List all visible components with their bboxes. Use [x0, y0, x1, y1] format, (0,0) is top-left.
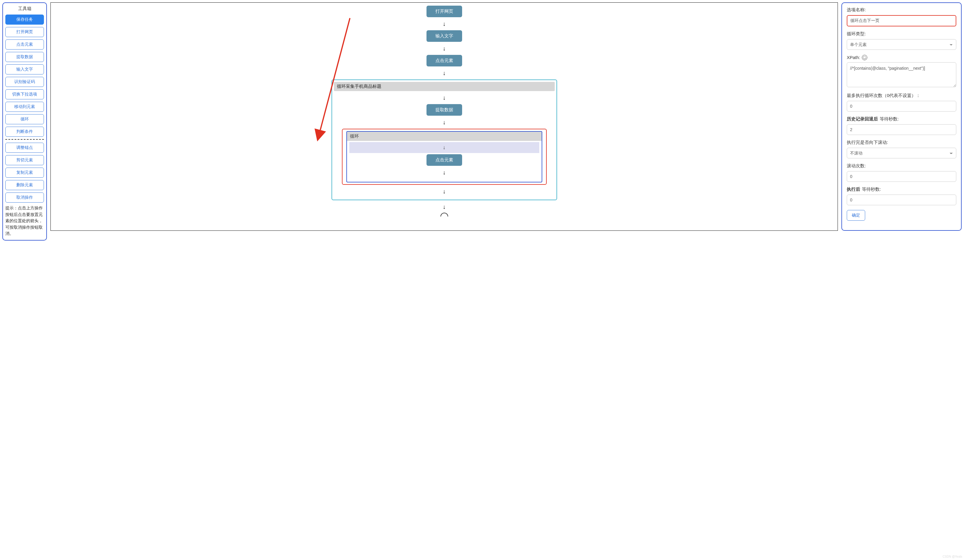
flow-node-open-webpage[interactable]: 打开网页: [427, 6, 462, 17]
xpath-textarea[interactable]: [847, 62, 956, 87]
tool-extract-data[interactable]: 提取数据: [5, 52, 44, 62]
flow-node-extract-data[interactable]: 提取数据: [427, 104, 462, 116]
flow-node-click-element-inner[interactable]: 点击元素: [427, 154, 462, 166]
flow-node-click-element[interactable]: 点击元素: [427, 55, 462, 67]
arrow-down-icon[interactable]: ↓: [443, 45, 446, 51]
max-loop-label: 最多执行循环次数（0代表不设置）：: [847, 93, 956, 99]
tool-move-to-element[interactable]: 移动到元素: [5, 102, 44, 112]
loop-collect-header: 循环采集手机商品标题: [334, 82, 555, 91]
tool-switch-dropdown[interactable]: 切换下拉选项: [5, 89, 44, 99]
scroll-count-label: 滚动次数:: [847, 163, 956, 169]
arrow-down-icon[interactable]: ↓: [443, 188, 446, 194]
loop-type-label: 循环类型:: [847, 31, 956, 37]
tool-cancel-operation[interactable]: 取消操作: [5, 193, 44, 203]
history-wait-input[interactable]: [847, 124, 956, 135]
tool-open-webpage[interactable]: 打开网页: [5, 27, 44, 37]
loop-type-select[interactable]: 单个元素: [847, 39, 956, 50]
tool-adjust-anchor[interactable]: 调整锚点: [5, 143, 44, 153]
tool-condition[interactable]: 判断条件: [5, 127, 44, 137]
smile-icon[interactable]: [862, 55, 867, 60]
arrow-down-icon[interactable]: ↓: [443, 70, 446, 76]
selected-loop-highlight: 循环 ↓ 点击元素 ↓: [342, 129, 547, 185]
loop-collect-box[interactable]: 循环采集手机商品标题 ↓ 提取数据 ↓ 循环 ↓ 点击元素 ↓ ↓: [332, 80, 557, 200]
max-loop-input[interactable]: [847, 101, 956, 112]
option-name-input[interactable]: [847, 15, 956, 26]
tool-copy-element[interactable]: 复制元素: [5, 167, 44, 178]
arrow-down-icon[interactable]: ↓: [443, 204, 446, 210]
toolbox-title: 工具箱: [5, 6, 44, 11]
tool-click-element[interactable]: 点击元素: [5, 39, 44, 50]
arrow-down-icon[interactable]: ↓: [443, 119, 446, 125]
tool-loop[interactable]: 循环: [5, 114, 44, 124]
after-wait-input[interactable]: [847, 195, 956, 205]
flow-canvas[interactable]: 打开网页 ↓ 输入文字 ↓ 点击元素 ↓ 循环采集手机商品标题 ↓ 提取数据 ↓…: [50, 2, 838, 231]
confirm-button[interactable]: 确定: [847, 210, 865, 221]
after-wait-label: 执行后等待秒数:: [847, 187, 956, 192]
loop-inner-box[interactable]: 循环 ↓ 点击元素 ↓: [346, 131, 542, 182]
scroll-after-label: 执行完是否向下滚动:: [847, 140, 956, 145]
save-task-button[interactable]: 保存任务: [5, 15, 44, 24]
toolbox-panel: 工具箱 保存任务 打开网页 点击元素 提取数据 输入文字 识别验证码 切换下拉选…: [2, 2, 47, 240]
toolbox-hint: 提示：点击上方操作按钮后点击要放置元素的位置处的箭头，可按取消操作按钮取消。: [5, 205, 44, 237]
flow-end-icon: [440, 213, 448, 216]
properties-panel: 选项名称: 循环类型: 单个元素 XPath: 最多执行循环次数（0代表不设置）…: [842, 2, 962, 231]
flow-node-input-text[interactable]: 输入文字: [427, 30, 462, 42]
arrow-down-icon[interactable]: ↓: [443, 95, 446, 101]
arrow-down-icon[interactable]: ↓: [443, 21, 446, 27]
tool-cut-element[interactable]: 剪切元素: [5, 155, 44, 165]
loop-drop-slot[interactable]: ↓: [349, 142, 539, 153]
option-name-label: 选项名称:: [847, 7, 956, 13]
loop-inner-header: 循环: [347, 132, 542, 141]
tool-input-text[interactable]: 输入文字: [5, 64, 44, 75]
toolbox-divider: [5, 139, 44, 140]
tool-captcha[interactable]: 识别验证码: [5, 77, 44, 87]
xpath-label: XPath:: [847, 55, 956, 60]
tool-delete-element[interactable]: 删除元素: [5, 180, 44, 190]
scroll-after-select[interactable]: 不滚动: [847, 148, 956, 158]
scroll-count-input[interactable]: [847, 171, 956, 182]
history-wait-label: 历史记录回退后等待秒数:: [847, 116, 956, 122]
arrow-down-icon[interactable]: ↓: [443, 169, 446, 175]
